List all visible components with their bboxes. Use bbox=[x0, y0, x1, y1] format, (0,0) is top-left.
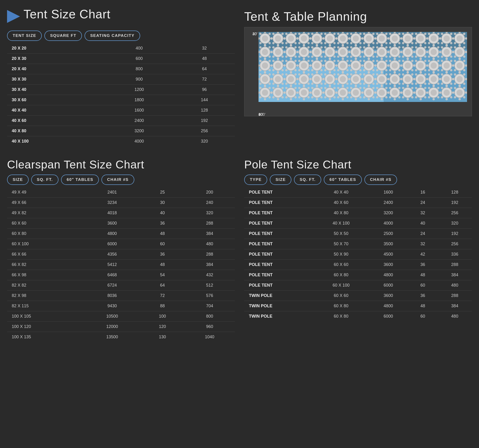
svg-point-593 bbox=[402, 82, 404, 85]
svg-point-624 bbox=[439, 78, 441, 80]
svg-point-623 bbox=[441, 82, 443, 85]
table-row: POLE TENT 50 X 50 2500 24 192 bbox=[244, 229, 472, 239]
svg-point-527 bbox=[320, 73, 323, 76]
svg-point-517 bbox=[307, 73, 310, 76]
tables-svg bbox=[259, 32, 467, 102]
svg-point-125 bbox=[415, 33, 417, 35]
svg-point-453 bbox=[428, 69, 430, 71]
svg-point-215 bbox=[324, 46, 326, 49]
svg-point-304 bbox=[439, 51, 441, 53]
tables-cell: 64 bbox=[140, 280, 185, 291]
sqft-cell: 3500 bbox=[369, 239, 408, 249]
svg-point-755 bbox=[402, 87, 404, 89]
svg-point-435 bbox=[402, 60, 404, 62]
svg-point-470 bbox=[465, 64, 467, 67]
svg-point-471 bbox=[463, 69, 465, 71]
clearspan-col-chairs: CHAIR #S bbox=[101, 175, 134, 185]
svg-point-86 bbox=[368, 32, 370, 33]
chairs-cell: 200 bbox=[185, 187, 235, 197]
svg-point-225 bbox=[337, 46, 339, 49]
chairs-cell: 384 bbox=[185, 229, 235, 239]
svg-point-164 bbox=[259, 51, 260, 53]
svg-point-206 bbox=[316, 44, 318, 47]
svg-point-89 bbox=[366, 35, 372, 41]
chairs-cell: 192 bbox=[438, 229, 472, 239]
svg-point-97 bbox=[385, 33, 388, 35]
svg-point-521 bbox=[320, 82, 323, 85]
svg-point-334 bbox=[270, 64, 273, 67]
svg-point-673 bbox=[298, 96, 300, 98]
tables-cell: 48 bbox=[408, 270, 438, 280]
svg-point-694 bbox=[322, 91, 325, 94]
svg-point-427 bbox=[398, 60, 401, 62]
svg-point-773 bbox=[428, 96, 430, 98]
svg-point-366 bbox=[316, 58, 318, 60]
chairs-cell: 128 bbox=[438, 187, 472, 197]
svg-point-630 bbox=[465, 78, 467, 80]
svg-point-93 bbox=[376, 42, 378, 44]
svg-point-303 bbox=[441, 55, 443, 58]
svg-point-31 bbox=[307, 42, 310, 44]
svg-point-646 bbox=[264, 85, 266, 87]
svg-point-621 bbox=[450, 82, 452, 85]
svg-point-425 bbox=[389, 60, 392, 62]
svg-point-284 bbox=[413, 51, 415, 53]
svg-point-43 bbox=[311, 42, 313, 44]
chairs-cell: 192 bbox=[438, 197, 472, 208]
svg-point-781 bbox=[450, 96, 452, 98]
svg-point-583 bbox=[389, 82, 392, 85]
table-row: POLE TENT 50 X 70 3500 32 256 bbox=[244, 239, 472, 249]
svg-point-101 bbox=[398, 42, 401, 44]
tent-size-cell: 30 X 40 bbox=[7, 85, 105, 95]
svg-point-413 bbox=[376, 69, 378, 71]
svg-point-684 bbox=[309, 91, 312, 94]
svg-point-676 bbox=[303, 85, 305, 87]
chairs-cell: 320 bbox=[438, 218, 472, 229]
svg-point-555 bbox=[350, 73, 353, 76]
svg-point-285 bbox=[415, 46, 417, 49]
svg-point-306 bbox=[446, 44, 448, 47]
tables-cell: 42 bbox=[408, 249, 438, 260]
svg-point-419 bbox=[379, 62, 385, 68]
svg-point-166 bbox=[264, 44, 266, 47]
svg-point-104 bbox=[387, 37, 390, 40]
svg-point-445 bbox=[415, 60, 417, 62]
svg-point-416 bbox=[381, 58, 383, 60]
svg-point-669 bbox=[288, 89, 294, 96]
tent-size-chart-section: Tent Size Chart TENT SIZE SQUARE FT SEAT… bbox=[7, 7, 235, 146]
tables-cell: 60 bbox=[140, 239, 185, 249]
svg-point-695 bbox=[324, 87, 326, 89]
capacity-cell: 320 bbox=[174, 136, 235, 147]
svg-point-276 bbox=[406, 44, 409, 47]
svg-point-347 bbox=[294, 60, 297, 62]
svg-point-401 bbox=[372, 69, 374, 71]
size-cell: 50 X 90 bbox=[313, 249, 369, 260]
type-cell: POLE TENT bbox=[244, 280, 313, 291]
size-cell: 100 X 135 bbox=[7, 332, 84, 342]
svg-point-485 bbox=[259, 73, 262, 76]
svg-point-506 bbox=[290, 71, 292, 74]
svg-point-85 bbox=[363, 33, 365, 35]
svg-point-546 bbox=[342, 71, 344, 74]
svg-point-73 bbox=[350, 42, 353, 44]
svg-point-587 bbox=[398, 73, 401, 76]
svg-point-731 bbox=[385, 96, 388, 98]
svg-point-759 bbox=[405, 89, 411, 96]
svg-point-264 bbox=[387, 51, 390, 53]
y-axis: 40' 30' 20' 0' bbox=[248, 32, 257, 102]
size-cell: 82 X 98 bbox=[7, 291, 84, 301]
svg-point-227 bbox=[346, 46, 349, 49]
svg-point-299 bbox=[431, 49, 437, 55]
chairs-cell: 960 bbox=[185, 322, 235, 332]
svg-point-599 bbox=[405, 76, 411, 82]
svg-point-149 bbox=[444, 35, 450, 41]
svg-point-344 bbox=[283, 64, 286, 67]
size-cell: 60 X 100 bbox=[7, 239, 84, 249]
svg-point-129 bbox=[418, 35, 424, 41]
table-row: 20 X 20 400 32 bbox=[7, 43, 235, 54]
svg-point-454 bbox=[426, 64, 428, 67]
svg-point-609 bbox=[418, 76, 424, 82]
svg-point-461 bbox=[450, 69, 452, 71]
svg-point-689 bbox=[314, 89, 320, 96]
size-cell: 50 X 70 bbox=[313, 239, 369, 249]
